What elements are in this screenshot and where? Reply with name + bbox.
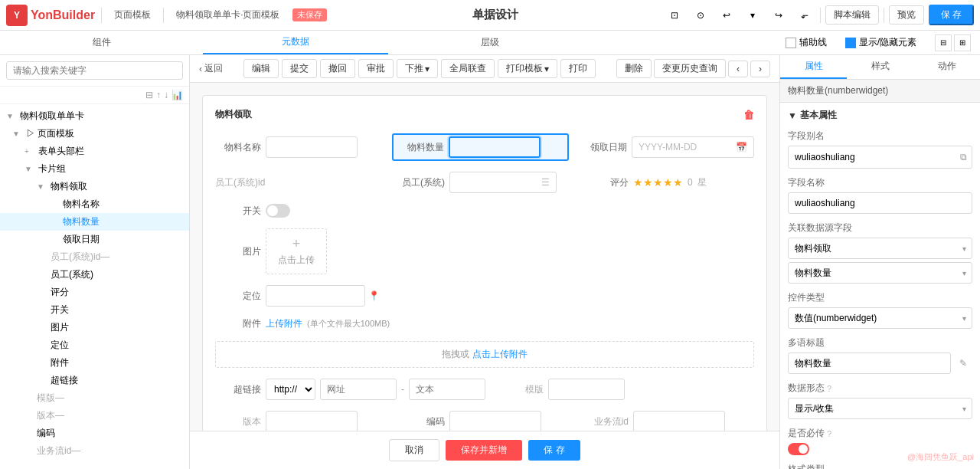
tree-label: 模版—: [37, 392, 64, 405]
right-tab-action[interactable]: 动作: [913, 55, 980, 79]
push-down-button[interactable]: 下推▾: [397, 59, 438, 78]
tree-node-attachment[interactable]: 附件: [0, 354, 189, 372]
tree-node-code[interactable]: 编码: [0, 425, 189, 442]
field-alias-input[interactable]: [789, 146, 956, 168]
pickup-date-input[interactable]: YYYY-MM-DD 📅: [632, 136, 754, 158]
tab-component[interactable]: 组件: [9, 31, 194, 54]
hyperlink-protocol-select[interactable]: http://: [266, 379, 315, 400]
copy-alias-icon[interactable]: ⧉: [956, 149, 972, 166]
material-qty-input[interactable]: [449, 136, 541, 158]
multi-lang-edit-icon[interactable]: ✎: [954, 354, 972, 372]
tree-node-form-header[interactable]: + 表单头部栏: [0, 143, 189, 160]
code-input[interactable]: [449, 411, 541, 431]
submit-button[interactable]: 提交: [282, 59, 317, 78]
drag-area[interactable]: 拖拽或 点击上传附件: [215, 341, 754, 368]
undo-dropdown-icon[interactable]: ▾: [742, 5, 763, 26]
nav-material-template[interactable]: 物料领取单单卡·页面模板: [170, 8, 286, 21]
emp-system-input[interactable]: ☰: [449, 172, 557, 193]
control-type-label: 控件类型: [788, 291, 972, 304]
layout-btn-2[interactable]: ⊞: [954, 34, 971, 51]
tool-icon-3[interactable]: ↓: [164, 90, 168, 100]
data-form-help-icon[interactable]: ?: [827, 384, 831, 393]
aux-line-checkbox[interactable]: [786, 38, 796, 48]
cancel-button[interactable]: 取消: [389, 439, 439, 461]
undo-icon[interactable]: ↩: [716, 5, 737, 26]
prop-section-title[interactable]: ▼ 基本属性: [788, 109, 972, 122]
tool-icon-1[interactable]: ⊟: [145, 90, 153, 100]
global-query-button[interactable]: 全局联查: [441, 59, 495, 78]
tool-icon-4[interactable]: 📊: [172, 90, 183, 100]
field-name-input[interactable]: [788, 192, 972, 214]
change-history-button[interactable]: 变更历史查询: [654, 59, 726, 78]
tree-node-switch[interactable]: 开关: [0, 301, 189, 319]
back-button[interactable]: ‹ 返回: [199, 62, 223, 75]
save-button[interactable]: 保 存: [929, 5, 974, 25]
required-help-icon[interactable]: ?: [827, 429, 831, 438]
aux-line-area[interactable]: 辅助线: [786, 36, 827, 49]
next-button[interactable]: ›: [750, 61, 770, 77]
tree-node-template[interactable]: 模版—: [0, 389, 189, 407]
tab-layers[interactable]: 层级: [397, 31, 582, 54]
save-form-button[interactable]: 保 存: [528, 440, 580, 461]
tab-metadata[interactable]: 元数据: [203, 31, 387, 54]
target-icon[interactable]: ⊙: [690, 5, 711, 26]
tree-node-material-name[interactable]: 物料名称: [0, 195, 189, 213]
data-source-select-1[interactable]: 物料领取: [788, 238, 972, 259]
edit-button[interactable]: 编辑: [243, 59, 279, 78]
data-form-select[interactable]: 显示/收集: [788, 398, 972, 419]
redo-icon[interactable]: ↪: [768, 5, 789, 26]
form-delete-icon[interactable]: 🗑: [743, 109, 754, 121]
nav-page-template[interactable]: 页面模板: [108, 8, 157, 21]
main-content: ⊟ ↑ ↓ 📊 ▼ 物料领取单单卡 ▼ ▷ 页面模板 + 表单头部栏 ▼ 卡片组: [0, 55, 980, 469]
tree-node-material-qty[interactable]: 物料数量: [0, 213, 189, 231]
copy-icon[interactable]: ⬐: [794, 5, 815, 26]
material-name-input[interactable]: [266, 136, 358, 158]
template-input[interactable]: [548, 379, 625, 400]
print-button[interactable]: 打印: [560, 59, 596, 78]
right-tab-style[interactable]: 样式: [847, 55, 913, 79]
withdraw-button[interactable]: 撤回: [320, 59, 355, 78]
search-input[interactable]: [6, 61, 183, 80]
tree-node-rating[interactable]: 评分: [0, 284, 189, 301]
preview-button[interactable]: 预览: [889, 5, 924, 25]
required-toggle[interactable]: [788, 443, 809, 455]
tree-node-material-pickup[interactable]: ▼ 物料领取: [0, 178, 189, 195]
tool-icon-2[interactable]: ↑: [156, 90, 161, 100]
tree-node-pickup-date[interactable]: 领取日期: [0, 231, 189, 248]
right-tab-props[interactable]: 属性: [780, 55, 847, 79]
tree-node-card-group[interactable]: ▼ 卡片组: [0, 160, 189, 178]
tree-node-location[interactable]: 定位: [0, 336, 189, 354]
preview-monitor-icon[interactable]: ⊡: [664, 5, 685, 26]
tree-node-emp-system[interactable]: 员工(系统): [0, 266, 189, 284]
script-edit-button[interactable]: 脚本编辑: [825, 5, 879, 25]
print-template-button[interactable]: 打印模板▾: [498, 59, 557, 78]
hyperlink-url-input[interactable]: [320, 379, 397, 400]
tree-node-page-template[interactable]: ▼ ▷ 页面模板: [0, 125, 189, 143]
tree-node-version[interactable]: 版本—: [0, 407, 189, 425]
control-type-select[interactable]: 数值(numberwidget): [788, 307, 972, 329]
delete-button[interactable]: 删除: [616, 59, 652, 78]
hyperlink-text-input[interactable]: [409, 379, 485, 400]
layout-btn-1[interactable]: ⊟: [935, 34, 952, 51]
image-upload-area[interactable]: + 点击上传: [266, 228, 327, 274]
data-source-select-2[interactable]: 物料数量: [788, 262, 972, 284]
tree-node-hyperlink[interactable]: 超链接: [0, 372, 189, 389]
tree-node-emp-id[interactable]: 员工(系统)id—: [0, 248, 189, 266]
tree-node-root[interactable]: ▼ 物料领取单单卡: [0, 107, 189, 125]
show-hide-checkbox[interactable]: [845, 38, 856, 48]
business-flow-input[interactable]: [633, 411, 725, 431]
prev-button[interactable]: ‹: [728, 61, 748, 77]
emp-system-icon: ☰: [541, 177, 550, 188]
switch-toggle[interactable]: [266, 204, 290, 218]
save-update-button[interactable]: 保存并新增: [446, 440, 522, 461]
location-icon[interactable]: 📍: [368, 290, 380, 301]
tree-node-image[interactable]: 图片: [0, 319, 189, 336]
location-input[interactable]: [266, 285, 365, 307]
approve-button[interactable]: 审批: [358, 59, 394, 78]
drag-upload-link[interactable]: 点击上传附件: [472, 349, 528, 359]
multi-lang-input[interactable]: [788, 353, 951, 374]
attach-upload-link[interactable]: 上传附件: [266, 317, 302, 330]
tree-node-business-flow[interactable]: 业务流id—: [0, 442, 189, 460]
version-input[interactable]: [266, 411, 358, 431]
show-hide-area[interactable]: 显示/隐藏元素: [845, 36, 916, 49]
